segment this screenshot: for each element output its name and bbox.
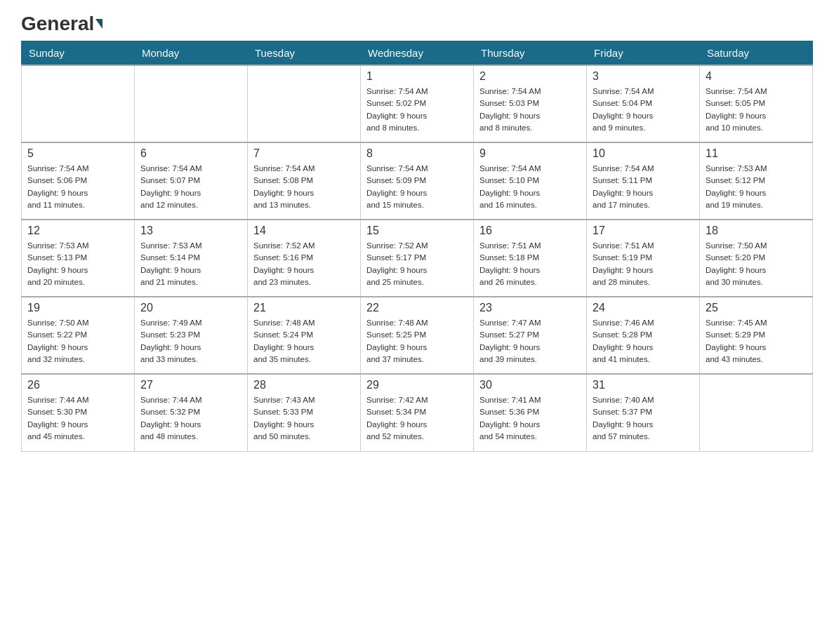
day-number: 16 (479, 224, 581, 237)
calendar-cell (135, 65, 248, 142)
calendar-cell: 20Sunrise: 7:49 AMSunset: 5:23 PMDayligh… (135, 297, 248, 374)
calendar-header-monday: Monday (135, 41, 248, 66)
calendar-cell: 21Sunrise: 7:48 AMSunset: 5:24 PMDayligh… (248, 297, 361, 374)
week-row-5: 26Sunrise: 7:44 AMSunset: 5:30 PMDayligh… (22, 374, 813, 451)
day-number: 1 (366, 70, 468, 83)
day-number: 12 (27, 224, 128, 237)
calendar-cell: 10Sunrise: 7:54 AMSunset: 5:11 PMDayligh… (587, 142, 700, 220)
calendar-cell (22, 65, 135, 142)
calendar-header-saturday: Saturday (700, 41, 813, 66)
day-number: 11 (706, 147, 807, 160)
calendar-cell: 31Sunrise: 7:40 AMSunset: 5:37 PMDayligh… (587, 374, 700, 451)
calendar-cell: 29Sunrise: 7:42 AMSunset: 5:34 PMDayligh… (361, 374, 474, 451)
calendar-cell: 3Sunrise: 7:54 AMSunset: 5:04 PMDaylight… (587, 65, 700, 142)
day-info: Sunrise: 7:43 AMSunset: 5:33 PMDaylight:… (253, 394, 355, 443)
calendar-header-tuesday: Tuesday (248, 41, 361, 66)
day-number: 2 (479, 70, 581, 83)
day-number: 15 (366, 224, 468, 237)
calendar-cell: 22Sunrise: 7:48 AMSunset: 5:25 PMDayligh… (361, 297, 474, 374)
calendar-cell: 17Sunrise: 7:51 AMSunset: 5:19 PMDayligh… (587, 220, 700, 297)
calendar-cell: 30Sunrise: 7:41 AMSunset: 5:36 PMDayligh… (474, 374, 587, 451)
day-info: Sunrise: 7:51 AMSunset: 5:19 PMDaylight:… (593, 240, 694, 288)
day-number: 27 (140, 379, 241, 391)
day-info: Sunrise: 7:54 AMSunset: 5:04 PMDaylight:… (593, 86, 694, 134)
day-info: Sunrise: 7:54 AMSunset: 5:11 PMDaylight:… (593, 163, 694, 211)
day-info: Sunrise: 7:54 AMSunset: 5:06 PMDaylight:… (27, 163, 128, 211)
calendar-cell: 1Sunrise: 7:54 AMSunset: 5:02 PMDaylight… (361, 65, 474, 142)
day-number: 5 (27, 147, 128, 160)
day-number: 17 (593, 224, 694, 237)
day-info: Sunrise: 7:54 AMSunset: 5:02 PMDaylight:… (366, 86, 468, 134)
week-row-3: 12Sunrise: 7:53 AMSunset: 5:13 PMDayligh… (22, 220, 813, 297)
day-info: Sunrise: 7:53 AMSunset: 5:14 PMDaylight:… (140, 240, 241, 288)
day-number: 4 (706, 70, 807, 83)
calendar-header-row: SundayMondayTuesdayWednesdayThursdayFrid… (22, 41, 813, 66)
day-number: 7 (253, 147, 355, 160)
calendar-table: SundayMondayTuesdayWednesdayThursdayFrid… (21, 41, 813, 452)
logo-general: General (21, 14, 102, 34)
calendar-cell: 15Sunrise: 7:52 AMSunset: 5:17 PMDayligh… (361, 220, 474, 297)
calendar-cell: 16Sunrise: 7:51 AMSunset: 5:18 PMDayligh… (474, 220, 587, 297)
week-row-1: 1Sunrise: 7:54 AMSunset: 5:02 PMDaylight… (22, 65, 813, 142)
calendar-cell: 23Sunrise: 7:47 AMSunset: 5:27 PMDayligh… (474, 297, 587, 374)
day-info: Sunrise: 7:50 AMSunset: 5:22 PMDaylight:… (27, 317, 128, 365)
day-info: Sunrise: 7:41 AMSunset: 5:36 PMDaylight:… (479, 394, 581, 443)
calendar-cell: 6Sunrise: 7:54 AMSunset: 5:07 PMDaylight… (135, 142, 248, 220)
day-info: Sunrise: 7:54 AMSunset: 5:09 PMDaylight:… (366, 163, 468, 211)
day-info: Sunrise: 7:48 AMSunset: 5:24 PMDaylight:… (253, 317, 355, 365)
day-info: Sunrise: 7:50 AMSunset: 5:20 PMDaylight:… (706, 240, 807, 288)
day-info: Sunrise: 7:53 AMSunset: 5:12 PMDaylight:… (706, 163, 807, 211)
calendar-cell: 4Sunrise: 7:54 AMSunset: 5:05 PMDaylight… (700, 65, 813, 142)
calendar-cell: 7Sunrise: 7:54 AMSunset: 5:08 PMDaylight… (248, 142, 361, 220)
day-info: Sunrise: 7:40 AMSunset: 5:37 PMDaylight:… (593, 394, 694, 443)
page-header: General (21, 14, 813, 34)
calendar-header-friday: Friday (587, 41, 700, 66)
day-number: 24 (593, 302, 694, 314)
calendar-cell: 5Sunrise: 7:54 AMSunset: 5:06 PMDaylight… (22, 142, 135, 220)
day-number: 10 (593, 147, 694, 160)
day-number: 6 (140, 147, 241, 160)
day-info: Sunrise: 7:52 AMSunset: 5:17 PMDaylight:… (366, 240, 468, 288)
day-info: Sunrise: 7:54 AMSunset: 5:07 PMDaylight:… (140, 163, 241, 211)
calendar-header-sunday: Sunday (22, 41, 135, 66)
calendar-header-thursday: Thursday (474, 41, 587, 66)
day-number: 30 (479, 379, 581, 391)
day-number: 18 (706, 224, 807, 237)
calendar-cell (700, 374, 813, 451)
week-row-4: 19Sunrise: 7:50 AMSunset: 5:22 PMDayligh… (22, 297, 813, 374)
calendar-cell: 9Sunrise: 7:54 AMSunset: 5:10 PMDaylight… (474, 142, 587, 220)
day-info: Sunrise: 7:52 AMSunset: 5:16 PMDaylight:… (253, 240, 355, 288)
day-number: 14 (253, 224, 355, 237)
logo: General (21, 14, 102, 34)
calendar-cell: 27Sunrise: 7:44 AMSunset: 5:32 PMDayligh… (135, 374, 248, 451)
day-info: Sunrise: 7:54 AMSunset: 5:05 PMDaylight:… (706, 86, 807, 134)
day-number: 29 (366, 379, 468, 391)
day-number: 19 (27, 302, 128, 314)
calendar-cell: 2Sunrise: 7:54 AMSunset: 5:03 PMDaylight… (474, 65, 587, 142)
day-info: Sunrise: 7:49 AMSunset: 5:23 PMDaylight:… (140, 317, 241, 365)
day-number: 31 (593, 379, 694, 391)
day-info: Sunrise: 7:44 AMSunset: 5:32 PMDaylight:… (140, 394, 241, 443)
day-info: Sunrise: 7:47 AMSunset: 5:27 PMDaylight:… (479, 317, 581, 365)
day-info: Sunrise: 7:54 AMSunset: 5:03 PMDaylight:… (479, 86, 581, 134)
day-info: Sunrise: 7:44 AMSunset: 5:30 PMDaylight:… (27, 394, 128, 443)
day-info: Sunrise: 7:54 AMSunset: 5:10 PMDaylight:… (479, 163, 581, 211)
calendar-cell: 24Sunrise: 7:46 AMSunset: 5:28 PMDayligh… (587, 297, 700, 374)
calendar-cell: 28Sunrise: 7:43 AMSunset: 5:33 PMDayligh… (248, 374, 361, 451)
day-number: 8 (366, 147, 468, 160)
calendar-cell (248, 65, 361, 142)
calendar-cell: 19Sunrise: 7:50 AMSunset: 5:22 PMDayligh… (22, 297, 135, 374)
calendar-cell: 18Sunrise: 7:50 AMSunset: 5:20 PMDayligh… (700, 220, 813, 297)
day-number: 21 (253, 302, 355, 314)
calendar-cell: 26Sunrise: 7:44 AMSunset: 5:30 PMDayligh… (22, 374, 135, 451)
day-number: 3 (593, 70, 694, 83)
day-info: Sunrise: 7:48 AMSunset: 5:25 PMDaylight:… (366, 317, 468, 365)
day-info: Sunrise: 7:46 AMSunset: 5:28 PMDaylight:… (593, 317, 694, 365)
day-info: Sunrise: 7:53 AMSunset: 5:13 PMDaylight:… (27, 240, 128, 288)
logo-arrow-icon (95, 19, 102, 29)
calendar-header-wednesday: Wednesday (361, 41, 474, 66)
calendar-cell: 14Sunrise: 7:52 AMSunset: 5:16 PMDayligh… (248, 220, 361, 297)
day-number: 25 (706, 302, 807, 314)
week-row-2: 5Sunrise: 7:54 AMSunset: 5:06 PMDaylight… (22, 142, 813, 220)
day-number: 22 (366, 302, 468, 314)
